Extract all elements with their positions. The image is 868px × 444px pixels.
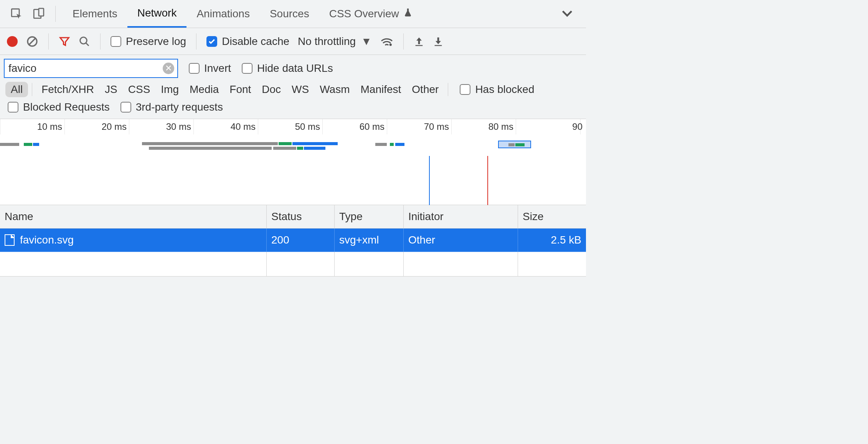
type-chip-manifest[interactable]: Manifest [355, 82, 407, 97]
checkbox-label: Invert [204, 62, 231, 75]
tab-label: Elements [73, 8, 117, 20]
timeline-tick: 80 ms [488, 121, 516, 132]
third-party-checkbox[interactable]: 3rd-party requests [120, 101, 223, 113]
type-chip-all[interactable]: All [5, 82, 28, 97]
blocked-requests-checkbox[interactable]: Blocked Requests [8, 101, 110, 113]
type-chip-img[interactable]: Img [155, 82, 184, 97]
svg-rect-2 [39, 8, 44, 16]
timeline-tick: 70 ms [424, 121, 451, 132]
timeline-tick: 90 [572, 121, 585, 132]
type-filter-row-2: Blocked Requests 3rd-party requests [0, 97, 586, 119]
filter-input-wrapper: ✕ [4, 59, 178, 78]
type-filter-row: All Fetch/XHR JS CSS Img Media Font Doc … [0, 80, 586, 97]
download-har-icon[interactable] [433, 36, 444, 47]
column-status[interactable]: Status [267, 205, 335, 229]
divider [48, 33, 49, 50]
cell-size: 2.5 kB [518, 229, 586, 252]
svg-line-6 [86, 43, 89, 46]
upload-har-icon[interactable] [414, 36, 424, 47]
table-row[interactable]: favicon.svg 200 svg+xml Other 2.5 kB [0, 229, 586, 252]
tab-label: Animations [196, 8, 250, 20]
type-chip-font[interactable]: Font [224, 82, 256, 97]
divider [196, 33, 196, 50]
type-chip-fetch-xhr[interactable]: Fetch/XHR [36, 82, 99, 97]
tab-css-overview[interactable]: CSS Overview [319, 0, 423, 28]
svg-line-4 [29, 38, 35, 45]
devtools-tabbar: Elements Network Animations Sources CSS … [0, 0, 586, 28]
device-toolbar-icon[interactable] [29, 4, 48, 23]
hide-data-urls-checkbox[interactable]: Hide data URLs [242, 62, 333, 75]
type-chip-js[interactable]: JS [99, 82, 123, 97]
record-button[interactable] [7, 36, 18, 47]
type-chip-css[interactable]: CSS [123, 82, 156, 97]
filter-input[interactable] [8, 62, 160, 75]
domcontentloaded-line [429, 156, 430, 205]
chevron-down-icon: ▼ [361, 35, 372, 48]
disable-cache-checkbox[interactable]: Disable cache [206, 35, 289, 48]
column-initiator[interactable]: Initiator [404, 205, 518, 229]
tab-sources[interactable]: Sources [260, 0, 319, 28]
timeline-selection[interactable] [498, 141, 531, 148]
divider [100, 33, 101, 50]
tab-elements[interactable]: Elements [63, 0, 127, 28]
timeline-tick: 60 ms [360, 121, 387, 132]
timeline-tick: 20 ms [102, 121, 129, 132]
checkbox-box [242, 63, 252, 74]
tab-network[interactable]: Network [127, 0, 187, 28]
svg-point-7 [389, 43, 391, 46]
tab-label: Sources [270, 8, 309, 20]
load-event-line [487, 156, 488, 205]
clear-filter-icon[interactable]: ✕ [163, 63, 174, 74]
timeline-tick: 50 ms [295, 121, 322, 132]
more-tabs-button[interactable] [555, 8, 579, 20]
type-chip-wasm[interactable]: Wasm [314, 82, 355, 97]
column-type[interactable]: Type [335, 205, 404, 229]
file-icon [5, 234, 15, 246]
timeline-tick: 40 ms [231, 121, 258, 132]
checkbox-label: Hide data URLs [257, 62, 333, 75]
divider [55, 6, 56, 22]
timeline-tick: 10 ms [37, 121, 64, 132]
throttling-value: No throttling [298, 35, 356, 48]
has-blocked-checkbox[interactable]: Has blocked [460, 83, 534, 96]
timeline-ruler: 10 ms 20 ms 30 ms 40 ms 50 ms 60 ms 70 m… [0, 119, 586, 134]
svg-rect-8 [415, 45, 422, 46]
requests-table: Name Status Type Initiator Size favicon.… [0, 205, 586, 277]
inspect-element-icon[interactable] [7, 4, 26, 23]
column-name[interactable]: Name [0, 205, 267, 229]
network-toolbar: Preserve log Disable cache No throttling… [0, 28, 586, 55]
checkbox-label: Preserve log [126, 35, 186, 48]
column-size[interactable]: Size [518, 205, 586, 229]
type-chip-media[interactable]: Media [184, 82, 224, 97]
divider [403, 33, 404, 50]
preserve-log-checkbox[interactable]: Preserve log [111, 35, 186, 48]
checkbox-box [206, 36, 217, 47]
svg-point-5 [80, 37, 87, 44]
clear-icon[interactable] [26, 35, 38, 48]
throttling-select[interactable]: No throttling ▼ [298, 35, 372, 48]
cell-name: favicon.svg [20, 234, 74, 246]
svg-rect-9 [434, 45, 442, 46]
invert-checkbox[interactable]: Invert [189, 62, 231, 75]
tab-label: CSS Overview [329, 8, 399, 20]
type-chip-other[interactable]: Other [406, 82, 444, 97]
checkbox-label: Disable cache [222, 35, 289, 48]
tab-animations[interactable]: Animations [186, 0, 260, 28]
checkbox-label: 3rd-party requests [136, 101, 223, 113]
checkbox-box [8, 102, 18, 113]
cell-initiator: Other [404, 229, 518, 252]
tab-label: Network [137, 7, 177, 19]
filter-icon[interactable] [59, 36, 70, 47]
cell-status: 200 [267, 229, 335, 252]
timeline-overview[interactable]: 10 ms 20 ms 30 ms 40 ms 50 ms 60 ms 70 m… [0, 119, 586, 205]
network-conditions-icon[interactable] [380, 36, 393, 47]
panel-tabs: Elements Network Animations Sources CSS … [63, 0, 423, 28]
table-row-empty [0, 252, 586, 277]
checkbox-box [120, 102, 131, 113]
type-chip-ws[interactable]: WS [286, 82, 314, 97]
search-icon[interactable] [79, 36, 90, 47]
timeline-body [0, 134, 586, 205]
type-chip-doc[interactable]: Doc [256, 82, 286, 97]
checkbox-box [460, 84, 470, 95]
table-header: Name Status Type Initiator Size [0, 205, 586, 229]
